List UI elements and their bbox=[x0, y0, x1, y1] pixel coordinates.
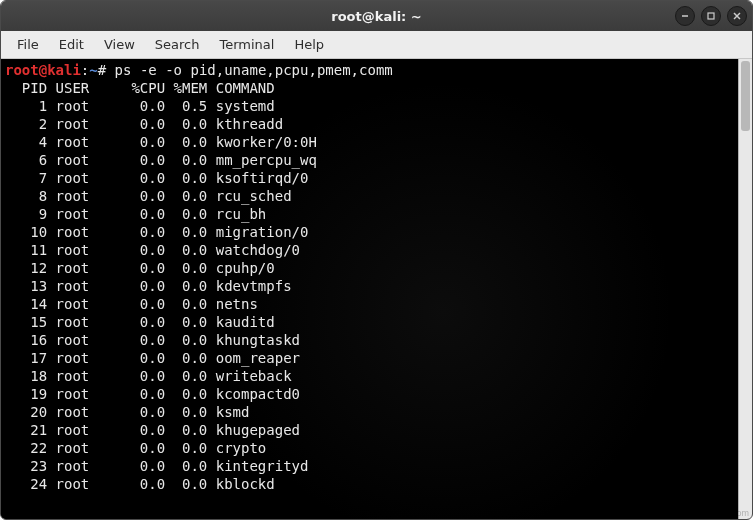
ps-row: 9 root 0.0 0.0 rcu_bh bbox=[5, 205, 734, 223]
maximize-button[interactable] bbox=[701, 6, 721, 26]
menu-help[interactable]: Help bbox=[284, 34, 334, 55]
prompt-user: root@kali bbox=[5, 62, 81, 78]
ps-row: 8 root 0.0 0.0 rcu_sched bbox=[5, 187, 734, 205]
scrollbar[interactable] bbox=[738, 59, 752, 519]
window-title: root@kali: ~ bbox=[331, 9, 421, 24]
ps-row: 7 root 0.0 0.0 ksoftirqd/0 bbox=[5, 169, 734, 187]
watermark: wsxdn.com bbox=[704, 508, 749, 518]
close-icon bbox=[732, 11, 742, 21]
minimize-button[interactable] bbox=[675, 6, 695, 26]
ps-header: PID USER %CPU %MEM COMMAND bbox=[5, 79, 734, 97]
maximize-icon bbox=[706, 11, 716, 21]
scrollbar-thumb[interactable] bbox=[741, 61, 750, 131]
prompt-line: root@kali:~# ps -e -o pid,uname,pcpu,pme… bbox=[5, 61, 734, 79]
ps-row: 15 root 0.0 0.0 kauditd bbox=[5, 313, 734, 331]
window-controls bbox=[675, 6, 747, 26]
menu-terminal[interactable]: Terminal bbox=[209, 34, 284, 55]
titlebar: root@kali: ~ bbox=[1, 1, 752, 31]
ps-row: 16 root 0.0 0.0 khungtaskd bbox=[5, 331, 734, 349]
ps-row: 4 root 0.0 0.0 kworker/0:0H bbox=[5, 133, 734, 151]
ps-row: 13 root 0.0 0.0 kdevtmpfs bbox=[5, 277, 734, 295]
prompt-path: ~ bbox=[89, 62, 97, 78]
ps-row: 2 root 0.0 0.0 kthreadd bbox=[5, 115, 734, 133]
ps-row: 11 root 0.0 0.0 watchdog/0 bbox=[5, 241, 734, 259]
ps-row: 19 root 0.0 0.0 kcompactd0 bbox=[5, 385, 734, 403]
minimize-icon bbox=[680, 11, 690, 21]
close-button[interactable] bbox=[727, 6, 747, 26]
menu-edit[interactable]: Edit bbox=[49, 34, 94, 55]
ps-row: 21 root 0.0 0.0 khugepaged bbox=[5, 421, 734, 439]
ps-row: 1 root 0.0 0.5 systemd bbox=[5, 97, 734, 115]
ps-row: 12 root 0.0 0.0 cpuhp/0 bbox=[5, 259, 734, 277]
menu-view[interactable]: View bbox=[94, 34, 145, 55]
prompt-hash: # bbox=[98, 62, 106, 78]
menu-file[interactable]: File bbox=[7, 34, 49, 55]
ps-row: 24 root 0.0 0.0 kblockd bbox=[5, 475, 734, 493]
ps-row: 6 root 0.0 0.0 mm_percpu_wq bbox=[5, 151, 734, 169]
menu-search[interactable]: Search bbox=[145, 34, 210, 55]
terminal[interactable]: root@kali:~# ps -e -o pid,uname,pcpu,pme… bbox=[1, 59, 738, 519]
ps-row: 10 root 0.0 0.0 migration/0 bbox=[5, 223, 734, 241]
ps-row: 23 root 0.0 0.0 kintegrityd bbox=[5, 457, 734, 475]
ps-row: 20 root 0.0 0.0 ksmd bbox=[5, 403, 734, 421]
ps-row: 18 root 0.0 0.0 writeback bbox=[5, 367, 734, 385]
ps-row: 22 root 0.0 0.0 crypto bbox=[5, 439, 734, 457]
ps-row: 14 root 0.0 0.0 netns bbox=[5, 295, 734, 313]
svg-rect-1 bbox=[708, 13, 714, 19]
terminal-area: root@kali:~# ps -e -o pid,uname,pcpu,pme… bbox=[1, 59, 752, 519]
menubar: File Edit View Search Terminal Help bbox=[1, 31, 752, 59]
terminal-window: root@kali: ~ File Edit View Search Termi… bbox=[0, 0, 753, 520]
command-text: ps -e -o pid,uname,pcpu,pmem,comm bbox=[106, 62, 393, 78]
ps-row: 17 root 0.0 0.0 oom_reaper bbox=[5, 349, 734, 367]
